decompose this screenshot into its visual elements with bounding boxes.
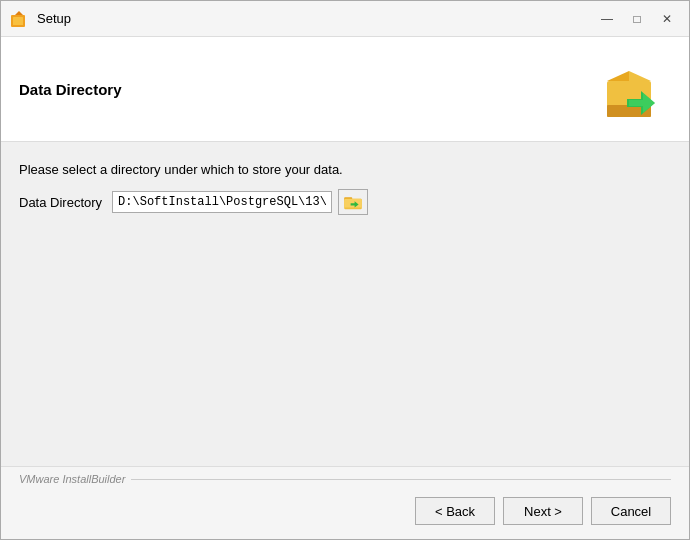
minimize-button[interactable]: — — [593, 7, 621, 31]
header-icon — [599, 53, 671, 125]
footer-buttons: < Back Next > Cancel — [19, 487, 671, 539]
title-bar: Setup — □ ✕ — [1, 1, 689, 37]
cancel-button[interactable]: Cancel — [591, 497, 671, 525]
svg-marker-5 — [629, 71, 651, 81]
next-button[interactable]: Next > — [503, 497, 583, 525]
maximize-button[interactable]: □ — [623, 7, 651, 31]
directory-label: Data Directory — [19, 195, 102, 210]
setup-window: Setup — □ ✕ Data Directory — [0, 0, 690, 540]
footer: VMware InstallBuilder < Back Next > Canc… — [1, 467, 689, 539]
svg-marker-4 — [607, 71, 629, 81]
svg-marker-2 — [15, 11, 23, 15]
brand-label: VMware InstallBuilder — [19, 473, 125, 485]
page-title: Data Directory — [19, 81, 122, 98]
close-button[interactable]: ✕ — [653, 7, 681, 31]
browse-button[interactable] — [338, 189, 368, 215]
header-section: Data Directory — [1, 37, 689, 142]
content-area: Please select a directory under which to… — [1, 142, 689, 467]
svg-rect-1 — [13, 17, 23, 25]
window-controls: — □ ✕ — [593, 7, 681, 31]
window-title: Setup — [37, 11, 593, 26]
description-text: Please select a directory under which to… — [19, 162, 671, 177]
directory-row: Data Directory — [19, 189, 671, 215]
app-icon — [9, 9, 29, 29]
footer-separator — [131, 479, 671, 480]
footer-divider: VMware InstallBuilder — [19, 467, 671, 487]
back-button[interactable]: < Back — [415, 497, 495, 525]
directory-input[interactable] — [112, 191, 332, 213]
